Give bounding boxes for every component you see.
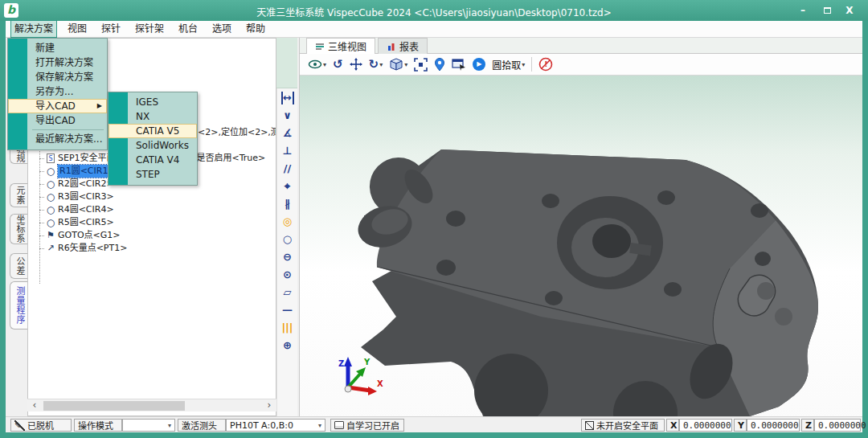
probe-disabled-button[interactable]: ! [538,56,553,72]
menu-help[interactable]: 帮助 [243,21,268,37]
view-tabs: 三维视图 报表 [300,38,862,54]
side-tab-measurement-program[interactable]: 测量程序 [10,281,27,330]
side-tab-elements[interactable]: 元素 [10,183,27,207]
operation-mode-combo[interactable]: ▾ [122,419,175,432]
menu-probe[interactable]: 探针 [98,21,124,37]
circle-feature-icon: ○ [45,178,56,190]
goto-flag-icon: ⚑ [45,230,56,241]
play-button[interactable]: ▶ [473,58,485,71]
zoom-fit-button[interactable] [414,56,428,72]
tree-row-circle-3[interactable]: ○ R3圆<CIR3> [33,190,276,203]
circle-feature-icon: ○ [45,204,56,215]
cylindricity-icon[interactable]: ||| [280,321,296,334]
tab-report[interactable]: 报表 [378,38,428,54]
roundness-icon[interactable]: ○ [280,233,296,246]
y-axis-label: Y [734,419,747,432]
flatness-icon[interactable]: ▱ [280,286,296,299]
locate-button[interactable] [434,56,445,72]
distance-icon[interactable]: ↔ [281,92,294,104]
straightness-icon[interactable]: — [280,304,296,317]
viewport-toolbar: ▾ ↺ ↻▾ ▾ [300,54,862,76]
concentricity-icon[interactable]: ◎ [280,215,296,228]
safety-plane-icon [585,421,594,430]
circle-feature-icon: ○ [45,217,56,228]
angle-icon[interactable]: ∨ [280,109,296,122]
submenu-item-nx[interactable]: NX [108,109,197,124]
visibility-button[interactable]: ▾ [308,56,326,72]
menu-item-save-as[interactable]: 另存为... [8,84,107,99]
close-button[interactable]: X [841,3,858,18]
angle-between-lines-icon[interactable]: ∡ [280,127,296,140]
submenu-item-catia-v4[interactable]: CATIA V4 [108,153,197,167]
operation-mode-label: 操作模式 [74,419,122,432]
side-tab-tolerance[interactable]: 公差 [10,253,27,279]
pan-button[interactable] [350,56,362,72]
submenu-item-step[interactable]: STEP [108,167,197,182]
restore-button[interactable] [818,3,836,18]
menu-solution[interactable]: 解决方案 [11,21,56,37]
parallelism-icon[interactable]: // [280,162,296,175]
menu-item-import-cad[interactable]: 导入CAD ▶ [8,99,107,113]
menu-item-save-solution[interactable]: 保存解决方案 [8,70,107,84]
scroll-left-arrow[interactable]: ‹ [29,399,40,412]
cube-icon [389,57,403,72]
tree-row-circle-4[interactable]: ○ R4圆<CIR4> [33,203,276,216]
active-probe-combo[interactable]: PH10T A:0,B:0▾ [226,419,326,432]
menu-item-open-solution[interactable]: 打开解决方案 [8,55,107,70]
scroll-thumb[interactable] [43,401,185,411]
tree-hscrollbar[interactable]: ‹ › [27,399,276,411]
active-probe-label: 激活测头 [178,419,226,432]
menu-options[interactable]: 选项 [209,21,235,37]
titlebar: b 天准三坐标系统 VispecCube 2024 <C:\Users\jiao… [0,0,868,21]
menu-view[interactable]: 视图 [64,21,90,37]
runout-icon[interactable]: ⊕ [280,339,296,352]
orbit-button[interactable]: ↺ [333,56,343,72]
svg-text:!: ! [544,60,547,68]
view-cube-button[interactable]: ▾ [389,56,407,72]
circle-feature-icon: ○ [45,191,56,203]
solution-menu-popup: 新建 打开解决方案 保存解决方案 另存为... 导入CAD ▶ 导出CAD 最近… [7,38,108,150]
offline-pen-icon: ✎ [14,420,25,431]
scroll-right-arrow[interactable]: › [264,399,275,412]
symmetry-icon[interactable]: ⊖ [280,251,296,264]
eye-icon [308,59,322,70]
perpendicularity-icon[interactable]: ⊥ [280,145,296,158]
viewport-3d[interactable]: Z Y X [300,76,862,432]
menu-item-recent-solutions[interactable]: 最近解决方案... [8,132,107,146]
capture-view-button[interactable] [452,56,466,72]
y-coordinate: 0.0000000 [747,419,800,432]
application-window: b 天准三坐标系统 VispecCube 2024 <C:\Users\jiao… [0,0,868,438]
selflearn-icon [334,421,344,429]
view-panel: 三维视图 报表 ▾ ↺ [299,38,862,432]
side-tab-coordinate-systems[interactable]: 坐标系 [10,214,27,244]
safety-plane-status[interactable]: 未开启安全平面 [581,419,665,432]
submenu-item-solidworks[interactable]: SolidWorks [108,138,197,153]
3d-view-icon [315,42,325,51]
menu-item-new[interactable]: 新建 [8,41,107,55]
pick-mode-dropdown[interactable]: 圆拾取▾ [492,56,525,72]
menu-item-export-cad[interactable]: 导出CAD [8,113,107,128]
radius-icon[interactable]: ⊙ [280,268,296,281]
minimize-button[interactable]: – [794,3,812,18]
report-chart-icon [387,42,396,51]
prohibited-icon: ! [538,57,553,72]
menu-machine[interactable]: 机台 [175,21,201,37]
selflearn-button[interactable]: 自学习已开启 [330,419,404,432]
tab-3d-view[interactable]: 三维视图 [306,38,375,54]
window-title: 天准三坐标系统 VispecCube 2024 <C:\Users\jiaosi… [96,5,772,18]
tree-row-circle-5[interactable]: ○ R5圆<CIR5> [33,216,276,229]
tree-row-vector-point[interactable]: ↗ R6矢量点<PT1> [33,242,276,255]
pan-cross-icon [350,58,362,71]
menubar: 解决方案 视图 探针 探针架 机台 选项 帮助 [6,21,862,38]
rotate-view-button[interactable]: ↻▾ [369,56,383,72]
submenu-item-iges[interactable]: IGES [108,95,197,109]
offline-status: ✎ 已脱机 [10,419,72,432]
submenu-item-catia-v5[interactable]: CATIA V5 [108,124,197,138]
angularity-icon[interactable]: ∦ [280,198,296,211]
toolbar-separator [531,57,532,72]
gdt-tool-strip: ↔ ∨ ∡ ⊥ // ⌖ ∦ ◎ ○ ⊖ ⊙ ▱ — ||| ⊕ [276,88,297,416]
cad-model[interactable] [300,76,863,416]
position-icon[interactable]: ⌖ [280,180,296,193]
menu-probe-rack[interactable]: 探针架 [132,21,167,37]
tree-row-goto[interactable]: ⚑ GOTO点<G1> [33,229,276,242]
